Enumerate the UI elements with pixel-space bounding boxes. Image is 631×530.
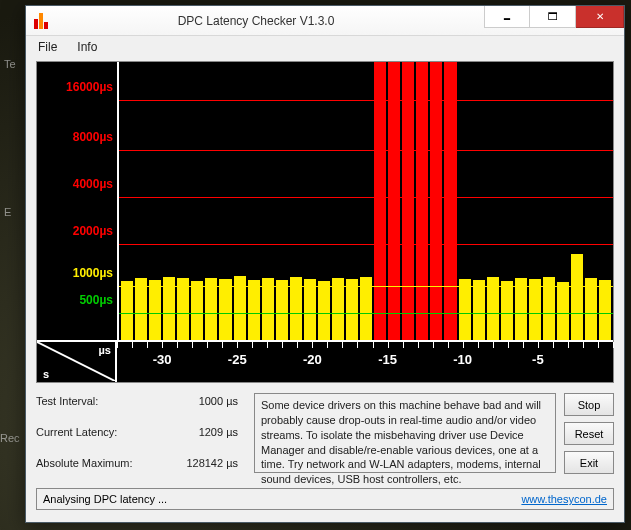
y-tick-label: 8000µs xyxy=(73,130,113,144)
latency-bar xyxy=(473,280,485,340)
latency-bar xyxy=(402,62,414,340)
latency-bar xyxy=(444,62,456,340)
x-tick-label: -15 xyxy=(378,352,397,367)
x-tick xyxy=(583,342,584,348)
exit-button[interactable]: Exit xyxy=(564,451,614,474)
x-tick-label: -10 xyxy=(453,352,472,367)
app-window: DPC Latency Checker V1.3.0 🗕 🗖 ✕ File In… xyxy=(25,5,625,523)
info-row: Test Interval: 1000 µs Current Latency: … xyxy=(36,393,614,474)
stop-button[interactable]: Stop xyxy=(564,393,614,416)
y-tick-label: 500µs xyxy=(79,293,113,307)
minimize-button[interactable]: 🗕 xyxy=(484,6,530,28)
x-tick xyxy=(267,342,268,348)
latency-bar xyxy=(557,282,569,340)
absolute-max-label: Absolute Maximum: xyxy=(36,457,146,474)
menu-info[interactable]: Info xyxy=(69,38,105,56)
diagnostic-message: Some device drivers on this machine beha… xyxy=(254,393,556,473)
latency-bar xyxy=(430,62,442,340)
current-latency-label: Current Latency: xyxy=(36,426,146,443)
x-tick xyxy=(538,342,539,348)
chart-y-axis: 500µs1000µs2000µs4000µs8000µs16000µs xyxy=(37,62,117,340)
desktop-fragment: Rec xyxy=(0,432,20,444)
maximize-button[interactable]: 🗖 xyxy=(530,6,576,28)
x-tick xyxy=(553,342,554,348)
x-tick xyxy=(162,342,163,348)
x-tick-label: -30 xyxy=(153,352,172,367)
latency-bar xyxy=(135,278,147,340)
x-tick xyxy=(237,342,238,348)
menu-file[interactable]: File xyxy=(30,38,65,56)
latency-bar xyxy=(571,254,583,340)
latency-bar xyxy=(585,278,597,340)
x-tick xyxy=(493,342,494,348)
x-tick xyxy=(207,342,208,348)
x-tick xyxy=(192,342,193,348)
x-tick xyxy=(508,342,509,348)
reset-button[interactable]: Reset xyxy=(564,422,614,445)
x-tick xyxy=(613,342,614,348)
test-interval-value: 1000 µs xyxy=(146,395,246,412)
x-tick xyxy=(312,342,313,348)
x-tick-label: -5 xyxy=(532,352,544,367)
y-unit-label: µs xyxy=(99,344,111,356)
gridline xyxy=(119,197,613,198)
x-tick xyxy=(598,342,599,348)
latency-bar xyxy=(599,280,611,340)
x-tick xyxy=(418,342,419,348)
y-tick-label: 16000µs xyxy=(66,80,113,94)
x-tick-label: -25 xyxy=(228,352,247,367)
x-tick xyxy=(448,342,449,348)
latency-bar xyxy=(191,281,203,340)
x-tick xyxy=(373,342,374,348)
close-button[interactable]: ✕ xyxy=(576,6,624,28)
absolute-max-value: 128142 µs xyxy=(146,457,246,474)
gridline xyxy=(119,286,613,287)
x-tick xyxy=(433,342,434,348)
gridline xyxy=(119,150,613,151)
x-tick xyxy=(147,342,148,348)
status-text: Analysing DPC latency ... xyxy=(43,493,167,505)
gridline xyxy=(119,100,613,101)
vendor-link[interactable]: www.thesycon.de xyxy=(521,493,607,505)
latency-bar xyxy=(416,62,428,340)
x-unit-label: s xyxy=(43,368,49,380)
latency-bar xyxy=(262,278,274,340)
latency-bar xyxy=(501,281,513,340)
chart-axis-corner: µs s xyxy=(37,342,117,382)
x-tick xyxy=(463,342,464,348)
x-tick xyxy=(327,342,328,348)
y-tick-label: 1000µs xyxy=(73,266,113,280)
latency-bar xyxy=(177,278,189,340)
current-latency-value: 1209 µs xyxy=(146,426,246,443)
x-tick xyxy=(357,342,358,348)
x-tick xyxy=(132,342,133,348)
latency-bar xyxy=(388,62,400,340)
y-tick-label: 4000µs xyxy=(73,177,113,191)
latency-bar xyxy=(149,280,161,340)
latency-bar xyxy=(318,281,330,340)
latency-bar xyxy=(304,279,316,340)
menu-bar: File Info xyxy=(26,36,624,57)
latency-bar xyxy=(276,280,288,340)
gridline xyxy=(119,244,613,245)
x-tick xyxy=(282,342,283,348)
chart-plot-area xyxy=(117,62,613,340)
x-tick xyxy=(403,342,404,348)
status-bar: Analysing DPC latency ... www.thesycon.d… xyxy=(36,488,614,510)
test-interval-label: Test Interval: xyxy=(36,395,146,412)
gridline xyxy=(119,313,613,314)
x-tick xyxy=(222,342,223,348)
latency-bar xyxy=(121,281,133,340)
x-tick xyxy=(177,342,178,348)
app-icon xyxy=(34,13,50,29)
window-title: DPC Latency Checker V1.3.0 xyxy=(58,14,454,28)
x-tick-label: -20 xyxy=(303,352,322,367)
latency-bar xyxy=(529,279,541,340)
x-tick xyxy=(252,342,253,348)
title-bar[interactable]: DPC Latency Checker V1.3.0 🗕 🗖 ✕ xyxy=(26,6,624,36)
x-tick xyxy=(342,342,343,348)
desktop-fragment: E xyxy=(4,206,11,218)
x-tick xyxy=(523,342,524,348)
stats-grid: Test Interval: 1000 µs Current Latency: … xyxy=(36,393,246,474)
latency-bar xyxy=(459,279,471,340)
